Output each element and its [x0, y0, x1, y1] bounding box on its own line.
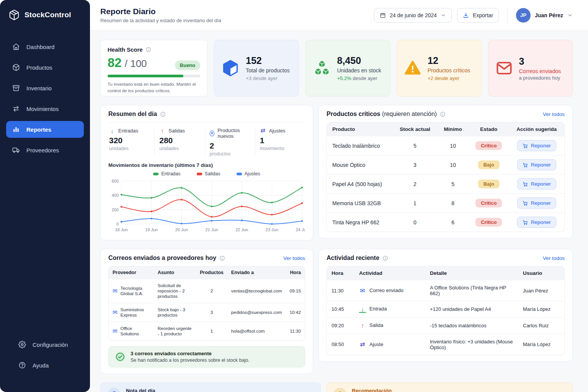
stock-value: 0	[393, 213, 438, 232]
health-progress-track	[108, 75, 200, 77]
column-header: Usuario	[518, 266, 564, 280]
metric-label: Productos nuevos	[217, 127, 250, 139]
time-value: 09:15	[286, 279, 305, 303]
date-value: 24 de junio de 2024	[390, 12, 437, 18]
mail-icon: ✉	[113, 287, 118, 294]
restock-button[interactable]: Reponer	[517, 198, 556, 209]
total-products-card: 152 Total de productos +3 desde ayer	[214, 40, 299, 96]
cart-icon	[523, 201, 528, 206]
note-title: Nota del día	[126, 388, 314, 392]
health-progress-fill	[108, 75, 183, 77]
info-icon[interactable]	[440, 111, 446, 117]
header-titles: Reporte Diario Resumen de la actividad y…	[100, 7, 221, 23]
table-row: ✉Suministros Express Stock bajo - 3 prod…	[109, 303, 305, 322]
email-address: hola@offsol.com	[227, 322, 286, 341]
time-value: 10:42	[286, 303, 305, 322]
cart-icon	[523, 143, 528, 149]
column-header: Actividad	[354, 266, 425, 280]
summary-metric: Productos nuevos 2 productos	[205, 127, 255, 157]
email-subject: Reorden urgente - 1 producto	[154, 322, 196, 341]
health-score-value: 82	[108, 56, 122, 70]
user-menu[interactable]: JP Juan Pérez	[516, 8, 573, 23]
activity-icon	[359, 287, 366, 294]
panel-title: Productos críticos (requieren atención)	[327, 111, 437, 118]
sidebar-item-proveedores[interactable]: Proveedores	[6, 142, 84, 158]
minimum-value: 10	[437, 155, 469, 175]
sidebar-item-label: Movimientos	[26, 106, 59, 112]
info-icon[interactable]	[160, 111, 166, 117]
metric-icon	[159, 127, 165, 134]
metric-value: 280	[159, 136, 200, 145]
sidebar-item-inventario[interactable]: Inventario	[6, 80, 84, 96]
sidebar-item-reportes[interactable]: Reportes	[6, 121, 84, 138]
critical-products-table: Producto Stock actual Mínimo Estado Acci…	[327, 122, 564, 232]
minimum-value: 10	[437, 136, 469, 155]
provider-name: Suministros Express	[121, 307, 150, 318]
health-score-card: Health Score 82 / 100 Bueno Tu inventari…	[100, 40, 207, 96]
email-subject: Stock bajo - 3 productos	[154, 303, 196, 322]
app-name: StockControl	[24, 11, 71, 19]
info-icon[interactable]	[145, 47, 151, 52]
stat-sub: +5.2% desde ayer	[337, 75, 381, 81]
activity-type: Salida	[369, 322, 383, 328]
transfer-icon	[12, 105, 20, 113]
table-row: 11:30 Correo enviado A Office Solutions …	[327, 280, 564, 301]
summary-metric: Entradas 320 unidades	[108, 127, 154, 157]
restock-button[interactable]: Reponer	[517, 178, 556, 189]
note-title: Recomendación	[352, 388, 522, 392]
activity-icon	[359, 341, 366, 348]
package-logo-icon	[8, 9, 20, 21]
column-header: Acción sugerida	[509, 122, 564, 136]
activity-type: Ajuste	[369, 341, 383, 347]
recommendation-note: Recomendación Si mejoras el stock de 3 p…	[326, 382, 573, 392]
activity-detail: -15 teclados inalámbricos	[425, 317, 518, 334]
help-icon	[18, 361, 26, 369]
calendar-icon	[380, 12, 386, 18]
legend-item: Ajustes	[237, 171, 260, 176]
sidebar-item-configuracion[interactable]: Configuración	[12, 336, 78, 353]
time-value: 09:20	[327, 317, 354, 334]
restock-button[interactable]: Reponer	[517, 140, 556, 151]
sidebar-item-dashboard[interactable]: Dashboard	[6, 38, 84, 55]
table-row: Tinta Negra HP 662 0 6 Crítico Reponer	[327, 213, 564, 232]
sidebar-item-productos[interactable]: Productos	[6, 59, 84, 76]
health-score-title: Health Score	[108, 46, 143, 53]
info-icon[interactable]	[382, 255, 388, 261]
activity-user: María López	[518, 334, 564, 355]
date-picker[interactable]: 24 de junio de 2024	[374, 8, 452, 23]
product-name: Teclado Inalámbrico	[327, 136, 393, 155]
panels-row-2: Correos enviados a proveedores hoy Ver t…	[100, 249, 573, 374]
metric-label: Ajustes	[269, 128, 286, 134]
info-icon[interactable]	[219, 255, 225, 261]
table-row: ✉Office Solutions Reorden urgente - 1 pr…	[109, 322, 305, 341]
svg-text:24 Jun: 24 Jun	[296, 227, 305, 232]
provider-name: Office Solutions	[121, 326, 150, 336]
content: Health Score 82 / 100 Bueno Tu inventari…	[90, 31, 588, 392]
sidebar-item-movimientos[interactable]: Movimientos	[6, 100, 84, 117]
export-button[interactable]: Exportar	[457, 8, 499, 23]
product-name: Memoria USB 32GB	[327, 194, 393, 213]
ver-todos-link[interactable]: Ver todos	[543, 111, 565, 117]
ver-todos-link[interactable]: Ver todos	[543, 255, 565, 261]
table-row: Teclado Inalámbrico 5 10 Crítico Reponer	[327, 136, 564, 155]
success-text: Se han notificado a los proveedores sobr…	[131, 358, 250, 363]
restock-button[interactable]: Reponer	[517, 159, 556, 170]
column-header: Stock actual	[393, 122, 438, 136]
stat-sub: a proveedores hoy	[519, 75, 561, 81]
email-address: pedidos@suexpress.com	[227, 303, 286, 322]
metric-icon	[260, 127, 266, 134]
svg-text:22 Jun: 22 Jun	[235, 227, 248, 232]
bar-chart-icon	[12, 126, 20, 134]
daily-summary-panel: Resumen del día Entradas 320 unidades Sa…	[100, 105, 313, 240]
legend-marker	[197, 173, 202, 175]
product-name: Papel A4 (500 hojas)	[327, 175, 393, 194]
legend-marker	[237, 173, 242, 175]
restock-button[interactable]: Reponer	[517, 217, 556, 228]
status-badge: Bajo	[478, 180, 500, 188]
column-header: Hora	[286, 266, 305, 279]
sidebar-item-ayuda[interactable]: Ayuda	[12, 357, 78, 374]
ver-todos-link[interactable]: Ver todos	[283, 255, 305, 261]
app-root: StockControl Dashboard Productos Inventa…	[0, 0, 588, 392]
panel-title: Resumen del día	[108, 111, 157, 118]
legend-marker	[153, 173, 158, 175]
